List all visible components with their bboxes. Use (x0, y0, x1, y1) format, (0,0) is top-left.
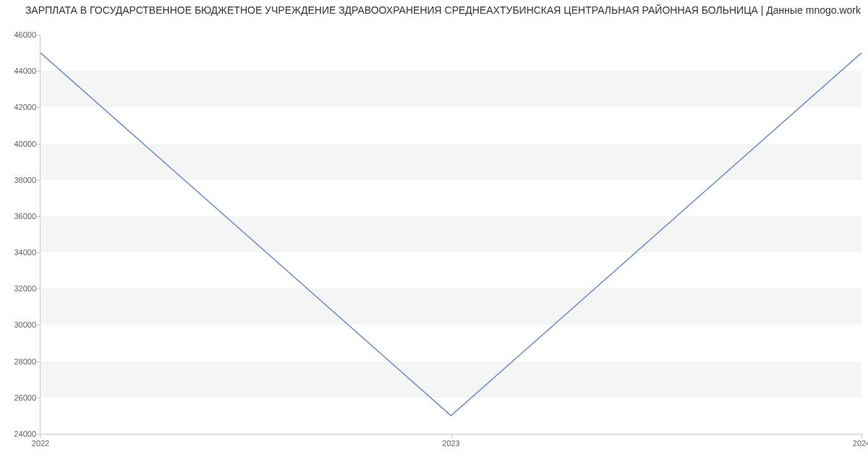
y-tick-label: 42000 (1, 103, 36, 111)
x-tick-label: 2023 (442, 434, 459, 448)
y-tick (36, 398, 41, 398)
y-tick-label: 38000 (1, 176, 36, 184)
y-tick (36, 35, 41, 35)
y-tick (36, 362, 41, 362)
y-tick-label: 36000 (1, 212, 36, 221)
y-tick-label: 44000 (1, 67, 36, 75)
y-tick (36, 71, 41, 72)
y-tick (36, 144, 41, 145)
plot-area: 202220232024 (40, 35, 861, 435)
y-tick (36, 289, 41, 289)
y-tick (36, 252, 41, 253)
line-chart: ЗАРПЛАТА В ГОСУДАРСТВЕННОЕ БЮДЖЕТНОЕ УЧР… (0, 0, 868, 470)
y-tick-label: 28000 (1, 357, 36, 366)
y-tick-label: 30000 (1, 320, 36, 329)
y-tick-label: 40000 (1, 140, 36, 148)
y-tick-label: 24000 (1, 430, 36, 438)
y-tick-label: 34000 (1, 248, 36, 257)
y-tick (36, 107, 41, 108)
chart-title: ЗАРПЛАТА В ГОСУДАРСТВЕННОЕ БЮДЖЕТНОЕ УЧР… (7, 4, 861, 16)
x-tick-label: 2024 (853, 434, 868, 448)
y-tick-label: 46000 (1, 30, 36, 39)
y-tick-label: 26000 (1, 393, 36, 402)
y-tick (36, 325, 41, 325)
y-tick (36, 180, 41, 181)
y-tick (36, 216, 41, 217)
y-tick-label: 32000 (1, 284, 36, 293)
line-series (41, 35, 861, 434)
